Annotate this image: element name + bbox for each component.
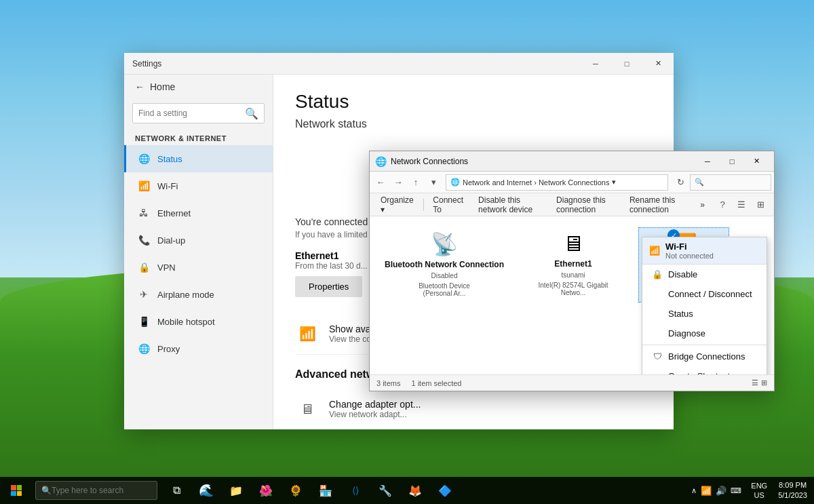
sidebar-item-ethernet[interactable]: 🖧 Ethernet (124, 199, 273, 227)
nc-item-count: 3 items (376, 379, 400, 387)
nc-search-icon: 🔍 (695, 178, 704, 187)
view-details-button[interactable]: ⊞ (752, 196, 769, 214)
app3-icon: 🔷 (438, 484, 452, 497)
window-controls: ─ □ ✕ (580, 53, 674, 75)
home-button[interactable]: ← Home (124, 75, 273, 99)
nc-nav-toolbar: ← → ↑ ▾ 🌐 Network and Internet › Network… (370, 172, 774, 193)
close-button[interactable]: ✕ (642, 53, 674, 75)
network-tray-icon[interactable]: 📶 (701, 486, 712, 496)
ctx-disable-item[interactable]: 🔒 Disable (642, 265, 767, 284)
diagnose-connection-button[interactable]: Diagnose this connection (551, 193, 620, 217)
sidebar-item-hotspot[interactable]: 📱 Mobile hotspot (124, 308, 273, 335)
ethernet-status: tsunami (561, 271, 585, 279)
ctx-bridge-label: Bridge Connections (668, 351, 745, 362)
chevron-up-icon[interactable]: ∧ (691, 486, 697, 495)
sidebar-item-vpn[interactable]: 🔒 VPN (124, 254, 273, 281)
task-view-button[interactable]: ⧉ (163, 477, 190, 504)
wifi-nav-icon: 📶 (137, 179, 151, 193)
change-adapter-link[interactable]: 🖥 Change adapter opt... View network ada… (295, 389, 652, 429)
nc-maximize-button[interactable]: □ (720, 151, 744, 172)
settings-search-box[interactable]: 🔍 (132, 103, 265, 123)
nc-list-view-icon[interactable]: ☰ (752, 379, 758, 387)
git-icon: 🔧 (379, 484, 392, 497)
start-button[interactable] (0, 477, 33, 504)
connect-to-button[interactable]: Connect To (427, 193, 469, 217)
sidebar-item-airplane[interactable]: ✈ Airplane mode (124, 281, 273, 308)
ctx-shortcut-item[interactable]: Create Shortcut (642, 366, 767, 374)
view-list-button[interactable]: ☰ (733, 196, 750, 214)
ctx-status-item[interactable]: Status (642, 304, 767, 324)
ctx-bridge-item[interactable]: 🛡 Bridge Connections (642, 347, 767, 366)
rename-connection-button[interactable]: Rename this connection (624, 193, 691, 217)
app1-button[interactable]: 🌺 (252, 477, 279, 504)
organize-button[interactable]: Organize ▾ (375, 193, 419, 217)
ctx-diagnose-item[interactable]: Diagnose (642, 324, 767, 343)
nc-detail-view-icon[interactable]: ⊞ (761, 379, 767, 387)
ctx-wifi-status: Not connected (665, 252, 714, 260)
nc-close-button[interactable]: ✕ (744, 151, 769, 172)
bluetooth-icon: 📡 (431, 232, 458, 256)
disable-device-button[interactable]: Disable this network device (473, 193, 547, 217)
nc-back-button[interactable]: ← (372, 174, 389, 191)
status-nav-icon: 🌐 (137, 152, 151, 166)
file-explorer-button[interactable]: 📁 (222, 477, 250, 504)
bluetooth-name: Bluetooth Network Connection (385, 260, 504, 269)
speaker-icon[interactable]: 🔊 (716, 486, 726, 496)
app3-button[interactable]: 🔷 (431, 477, 459, 504)
sidebar-item-dialup[interactable]: 📞 Dial-up (124, 227, 273, 254)
ctx-wifi-icon: 📶 (649, 246, 660, 256)
nc-item-ethernet[interactable]: 🖥 Ethernet1 tsunami Intel(R) 82574L Giga… (528, 227, 618, 301)
ctx-shortcut-label: Create Shortcut (668, 371, 730, 374)
nc-title-text: Network Connections (391, 157, 691, 166)
status-nav-label: Status (157, 154, 182, 164)
nc-address-chevron: ▾ (612, 178, 616, 187)
firefox-icon: 🦊 (408, 484, 422, 497)
sidebar-item-proxy[interactable]: 🌐 Proxy (124, 335, 273, 362)
airplane-nav-icon: ✈ (137, 288, 151, 301)
app2-button[interactable]: 🌻 (282, 477, 309, 504)
ctx-connect-label: Connect / Disconnect (668, 289, 752, 299)
properties-button[interactable]: Properties (295, 276, 362, 297)
nc-refresh-button[interactable]: ↻ (672, 174, 689, 191)
organize-label: Organize ▾ (381, 195, 414, 214)
app2-icon: 🌻 (289, 484, 303, 497)
datetime-display[interactable]: 8:09 PM 5/1/2023 (771, 480, 814, 501)
taskbar-right: ∧ 📶 🔊 ⌨ ENG US 8:09 PM 5/1/2023 (686, 477, 814, 504)
help-button[interactable]: ? (714, 196, 731, 214)
minimize-button[interactable]: ─ (580, 53, 611, 75)
proxy-nav-icon: 🌐 (137, 342, 151, 355)
nc-forward-button[interactable]: → (390, 174, 406, 191)
nc-item-bluetooth[interactable]: 📡 Bluetooth Network Connection Disabled … (381, 227, 508, 301)
nc-title-icon: 🌐 (375, 156, 387, 167)
bluetooth-status: Disabled (431, 272, 458, 279)
nc-minimize-button[interactable]: ─ (695, 151, 720, 172)
sidebar-item-wifi[interactable]: 📶 Wi-Fi (124, 172, 273, 199)
ethernet-icon: 🖥 (562, 231, 584, 256)
vscode-button[interactable]: ⟨⟩ (342, 477, 369, 504)
nc-address-icon: 🌐 (450, 178, 460, 187)
nc-search-box[interactable]: 🔍 (690, 174, 771, 191)
keyboard-icon[interactable]: ⌨ (731, 486, 741, 495)
ethernet-icon-wrap: 🖥 (562, 231, 584, 256)
nc-recent-button[interactable]: ▾ (425, 174, 442, 191)
bluetooth-detail: Bluetooth Device (Personal Ar... (404, 282, 485, 297)
store-button[interactable]: 🏪 (312, 477, 339, 504)
locale-display[interactable]: ENG US (747, 481, 771, 501)
edge-button[interactable]: 🌊 (193, 477, 220, 504)
sidebar-item-status[interactable]: 🌐 Status (124, 145, 273, 172)
ctx-connect-item[interactable]: Connect / Disconnect (642, 284, 767, 304)
edge-icon: 🌊 (199, 483, 214, 498)
git-button[interactable]: 🔧 (372, 477, 399, 504)
locale-region: US (751, 490, 767, 500)
vscode-icon: ⟨⟩ (352, 485, 359, 496)
firefox-button[interactable]: 🦊 (402, 477, 429, 504)
nc-address-bar[interactable]: 🌐 Network and Internet › Network Connect… (446, 174, 668, 191)
ctx-separator-1 (642, 345, 767, 345)
nc-up-button[interactable]: ↑ (408, 174, 424, 191)
taskbar-search-input[interactable] (52, 486, 140, 495)
settings-search-input[interactable] (138, 109, 245, 118)
maximize-button[interactable]: □ (611, 53, 642, 75)
taskbar-search[interactable]: 🔍 (35, 481, 157, 500)
more-options-button[interactable]: » (695, 197, 710, 212)
wifi-nav-label: Wi-Fi (157, 181, 178, 191)
